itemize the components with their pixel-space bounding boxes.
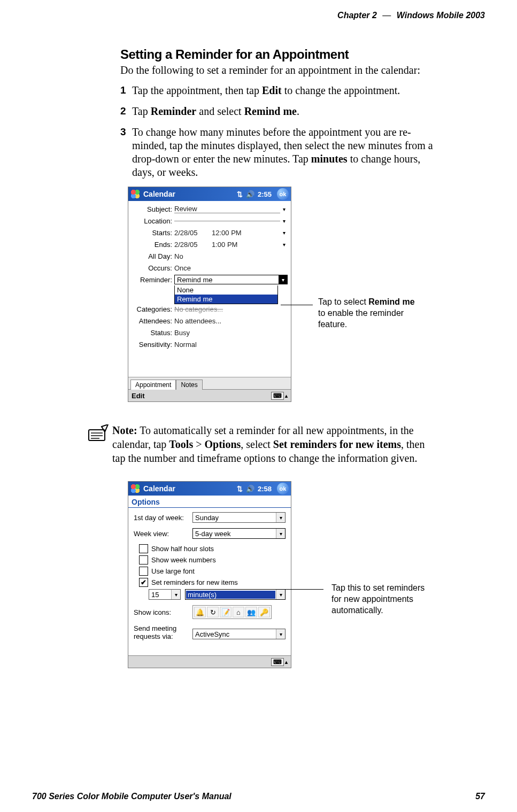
chevron-down-icon[interactable]: ▾: [171, 590, 180, 599]
device-titlebar: Calendar ⇅ 🔊 2:55 ok: [128, 187, 291, 201]
chevron-down-icon[interactable]: ▾: [276, 529, 285, 538]
callout-leader-line: [281, 305, 313, 305]
step-number: 1: [120, 84, 132, 97]
location-field[interactable]: [174, 221, 280, 221]
step-text: To change how many minutes before the ap…: [132, 126, 480, 179]
app-title: Calendar: [143, 484, 237, 493]
status-value[interactable]: Busy: [174, 329, 288, 337]
subject-label: Subject:: [132, 205, 174, 213]
ends-label: Ends:: [132, 241, 174, 249]
checkbox-week-numbers[interactable]: Show week numbers: [139, 555, 285, 564]
reminder-dropdown-list: None Remind me: [174, 285, 278, 304]
note-text: Note: To automatically set a reminder fo…: [112, 423, 480, 465]
weekview-label: Week view:: [134, 530, 192, 538]
categories-value[interactable]: No categories...: [174, 305, 288, 313]
note-icon[interactable]: 📝: [220, 607, 232, 617]
subject-field[interactable]: Review: [174, 205, 280, 213]
clock-time: 2:55: [258, 190, 272, 198]
connectivity-icon[interactable]: ⇅: [237, 190, 243, 198]
checkbox-half-hour[interactable]: Show half hour slots: [139, 544, 285, 553]
step-text: Tap the appointment, then tap Edit to ch…: [132, 84, 480, 97]
device-screenshot-2: Calendar ⇅ 🔊 2:58 ok Options 1st day of …: [128, 481, 291, 668]
allday-value[interactable]: No: [174, 252, 288, 260]
keyboard-icon[interactable]: ⌨: [271, 392, 284, 400]
bell-icon[interactable]: 🔔: [194, 607, 206, 617]
up-arrow-icon[interactable]: ▴: [285, 659, 288, 665]
start-flag-icon[interactable]: [130, 189, 140, 199]
checkbox-icon: [139, 555, 148, 564]
dropdown-option-remind[interactable]: Remind me: [175, 295, 277, 304]
volume-icon[interactable]: 🔊: [246, 190, 254, 198]
ends-date[interactable]: 2/28/05: [174, 241, 212, 249]
step-text: Tap Reminder and select Remind me.: [132, 105, 480, 118]
send-via-combo[interactable]: ActiveSync ▾: [192, 629, 285, 639]
device-tabs: Appointment Notes: [128, 377, 291, 389]
up-arrow-icon[interactable]: ▴: [285, 393, 288, 399]
header-dash: —: [379, 11, 394, 20]
starts-date[interactable]: 2/28/05: [174, 229, 212, 237]
appointment-form: Subject: Review ▾ Location: ▾ Starts: 2/…: [128, 201, 291, 350]
chevron-down-icon[interactable]: ▾: [276, 590, 285, 599]
figure2-callout: Tap this to set reminders for new appoin…: [331, 583, 454, 616]
chevron-down-icon[interactable]: ▾: [280, 241, 288, 248]
note-icon: [86, 423, 112, 465]
private-icon[interactable]: 🔑: [258, 607, 270, 617]
figure-2: Calendar ⇅ 🔊 2:58 ok Options 1st day of …: [120, 481, 480, 668]
starts-label: Starts:: [132, 229, 174, 237]
occurs-value[interactable]: Once: [174, 264, 288, 272]
allday-label: All Day:: [132, 252, 174, 260]
chevron-down-icon[interactable]: ▾: [276, 513, 285, 522]
checkbox-large-font[interactable]: Use large font: [139, 567, 285, 576]
attendees-icon[interactable]: 👥: [245, 607, 257, 617]
device-footer: Edit ⌨ ▴: [128, 389, 291, 401]
reminder-label: Reminder:: [132, 276, 174, 284]
running-header: Chapter 2 — Windows Mobile 2003: [32, 11, 485, 20]
chevron-down-icon[interactable]: ▾: [276, 629, 285, 639]
occurs-label: Occurs:: [132, 264, 174, 272]
titlebar-tray: ⇅ 🔊 2:58 ok: [237, 483, 289, 494]
starts-time[interactable]: 12:00 PM: [212, 229, 280, 237]
connectivity-icon[interactable]: ⇅: [237, 485, 243, 493]
location-icon[interactable]: ⌂: [233, 607, 244, 617]
tab-appointment[interactable]: Appointment: [130, 380, 176, 390]
firstday-label: 1st day of week:: [134, 514, 192, 522]
reminder-number-combo[interactable]: 15 ▾: [149, 589, 181, 600]
attendees-value[interactable]: No attendees...: [174, 317, 288, 325]
options-body: 1st day of week: Sunday ▾ Week view: 5-d…: [128, 508, 291, 650]
checkbox-checked-icon: ✔: [139, 578, 148, 587]
product-name: Windows Mobile 2003: [397, 11, 485, 20]
footer-page-number: 57: [475, 792, 485, 801]
device-titlebar: Calendar ⇅ 🔊 2:58 ok: [128, 482, 291, 496]
ok-button[interactable]: ok: [277, 483, 289, 494]
chevron-down-icon[interactable]: ▾: [280, 205, 288, 213]
status-label: Status:: [132, 329, 174, 337]
keyboard-icon[interactable]: ⌨: [271, 658, 284, 666]
figure-1: Calendar ⇅ 🔊 2:55 ok Subject: Review ▾: [120, 187, 480, 402]
weekview-combo[interactable]: 5-day week ▾: [192, 528, 285, 539]
dropdown-option-none[interactable]: None: [175, 285, 277, 295]
chevron-down-icon[interactable]: ▾: [279, 275, 287, 284]
checkbox-icon: [139, 544, 148, 553]
firstday-combo[interactable]: Sunday ▾: [192, 512, 285, 523]
chevron-down-icon[interactable]: ▾: [280, 217, 288, 225]
chevron-down-icon[interactable]: ▾: [280, 229, 288, 236]
step-3: 3 To change how many minutes before the …: [120, 126, 480, 179]
categories-label: Categories:: [132, 305, 174, 313]
tab-notes[interactable]: Notes: [176, 380, 202, 390]
sensitivity-value[interactable]: Normal: [174, 341, 288, 349]
callout-leader-line: [254, 589, 323, 590]
svg-rect-0: [89, 430, 105, 440]
attendees-label: Attendees:: [132, 317, 174, 325]
section-heading: Setting a Reminder for an Appointment: [120, 47, 480, 62]
device-screenshot-1: Calendar ⇅ 🔊 2:55 ok Subject: Review ▾: [128, 187, 291, 402]
reminder-unit-combo[interactable]: minute(s) ▾: [185, 589, 285, 600]
icon-picker[interactable]: 🔔 ↻ 📝 ⌂ 👥 🔑: [192, 605, 272, 619]
checkbox-set-reminders[interactable]: ✔Set reminders for new items: [139, 578, 285, 587]
ok-button[interactable]: ok: [277, 188, 289, 200]
reminder-dropdown[interactable]: Remind me ▾: [174, 275, 288, 284]
ends-time[interactable]: 1:00 PM: [212, 241, 280, 249]
recur-icon[interactable]: ↻: [207, 607, 219, 617]
volume-icon[interactable]: 🔊: [246, 485, 254, 493]
start-flag-icon[interactable]: [130, 484, 140, 493]
edit-menu[interactable]: Edit: [132, 392, 145, 400]
